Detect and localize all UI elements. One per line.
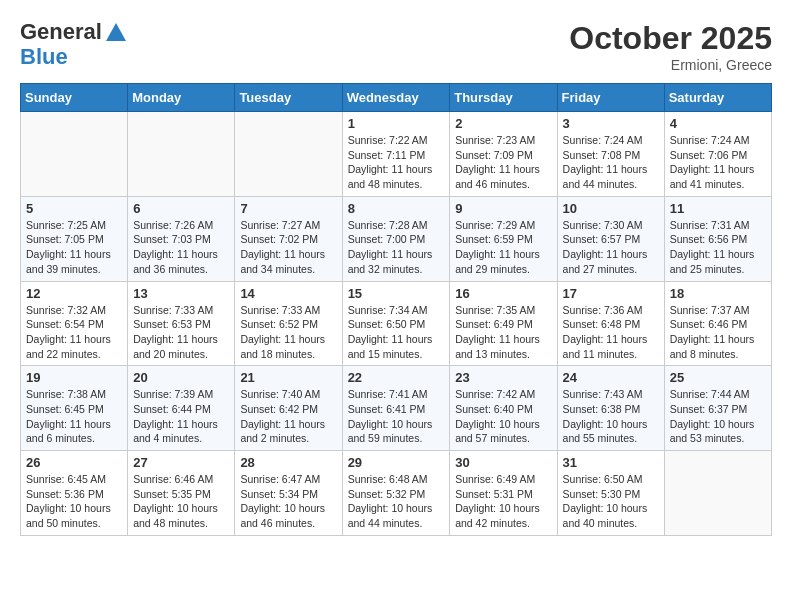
day-info: Sunrise: 7:38 AM Sunset: 6:45 PM Dayligh… — [26, 387, 122, 446]
day-info: Sunrise: 7:40 AM Sunset: 6:42 PM Dayligh… — [240, 387, 336, 446]
calendar-day-cell: 6Sunrise: 7:26 AM Sunset: 7:03 PM Daylig… — [128, 196, 235, 281]
day-number: 20 — [133, 370, 229, 385]
calendar-table: SundayMondayTuesdayWednesdayThursdayFrid… — [20, 83, 772, 536]
day-info: Sunrise: 6:46 AM Sunset: 5:35 PM Dayligh… — [133, 472, 229, 531]
day-info: Sunrise: 7:23 AM Sunset: 7:09 PM Dayligh… — [455, 133, 551, 192]
calendar-header-monday: Monday — [128, 84, 235, 112]
day-info: Sunrise: 6:47 AM Sunset: 5:34 PM Dayligh… — [240, 472, 336, 531]
day-info: Sunrise: 6:49 AM Sunset: 5:31 PM Dayligh… — [455, 472, 551, 531]
day-info: Sunrise: 7:28 AM Sunset: 7:00 PM Dayligh… — [348, 218, 445, 277]
day-number: 8 — [348, 201, 445, 216]
day-number: 27 — [133, 455, 229, 470]
day-number: 7 — [240, 201, 336, 216]
day-number: 24 — [563, 370, 659, 385]
calendar-day-cell: 8Sunrise: 7:28 AM Sunset: 7:00 PM Daylig… — [342, 196, 450, 281]
month-title: October 2025 — [569, 20, 772, 57]
day-number: 17 — [563, 286, 659, 301]
day-number: 15 — [348, 286, 445, 301]
day-number: 19 — [26, 370, 122, 385]
calendar-day-cell: 25Sunrise: 7:44 AM Sunset: 6:37 PM Dayli… — [664, 366, 771, 451]
day-number: 14 — [240, 286, 336, 301]
day-number: 13 — [133, 286, 229, 301]
calendar-day-cell: 28Sunrise: 6:47 AM Sunset: 5:34 PM Dayli… — [235, 451, 342, 536]
calendar-day-cell: 11Sunrise: 7:31 AM Sunset: 6:56 PM Dayli… — [664, 196, 771, 281]
day-info: Sunrise: 7:36 AM Sunset: 6:48 PM Dayligh… — [563, 303, 659, 362]
calendar-week-row: 19Sunrise: 7:38 AM Sunset: 6:45 PM Dayli… — [21, 366, 772, 451]
location-subtitle: Ermioni, Greece — [569, 57, 772, 73]
calendar-day-cell: 26Sunrise: 6:45 AM Sunset: 5:36 PM Dayli… — [21, 451, 128, 536]
calendar-day-cell — [128, 112, 235, 197]
calendar-header-wednesday: Wednesday — [342, 84, 450, 112]
calendar-day-cell: 10Sunrise: 7:30 AM Sunset: 6:57 PM Dayli… — [557, 196, 664, 281]
calendar-header-sunday: Sunday — [21, 84, 128, 112]
calendar-header-tuesday: Tuesday — [235, 84, 342, 112]
day-number: 2 — [455, 116, 551, 131]
day-info: Sunrise: 6:48 AM Sunset: 5:32 PM Dayligh… — [348, 472, 445, 531]
calendar-day-cell: 19Sunrise: 7:38 AM Sunset: 6:45 PM Dayli… — [21, 366, 128, 451]
calendar-header-row: SundayMondayTuesdayWednesdayThursdayFrid… — [21, 84, 772, 112]
calendar-day-cell: 18Sunrise: 7:37 AM Sunset: 6:46 PM Dayli… — [664, 281, 771, 366]
calendar-day-cell: 30Sunrise: 6:49 AM Sunset: 5:31 PM Dayli… — [450, 451, 557, 536]
calendar-day-cell — [664, 451, 771, 536]
day-number: 26 — [26, 455, 122, 470]
day-number: 10 — [563, 201, 659, 216]
calendar-week-row: 1Sunrise: 7:22 AM Sunset: 7:11 PM Daylig… — [21, 112, 772, 197]
day-info: Sunrise: 6:45 AM Sunset: 5:36 PM Dayligh… — [26, 472, 122, 531]
calendar-day-cell: 13Sunrise: 7:33 AM Sunset: 6:53 PM Dayli… — [128, 281, 235, 366]
day-info: Sunrise: 7:26 AM Sunset: 7:03 PM Dayligh… — [133, 218, 229, 277]
calendar-header-friday: Friday — [557, 84, 664, 112]
day-info: Sunrise: 7:24 AM Sunset: 7:06 PM Dayligh… — [670, 133, 766, 192]
day-info: Sunrise: 7:33 AM Sunset: 6:53 PM Dayligh… — [133, 303, 229, 362]
calendar-day-cell: 21Sunrise: 7:40 AM Sunset: 6:42 PM Dayli… — [235, 366, 342, 451]
calendar-day-cell: 5Sunrise: 7:25 AM Sunset: 7:05 PM Daylig… — [21, 196, 128, 281]
day-info: Sunrise: 7:29 AM Sunset: 6:59 PM Dayligh… — [455, 218, 551, 277]
day-info: Sunrise: 7:30 AM Sunset: 6:57 PM Dayligh… — [563, 218, 659, 277]
calendar-day-cell: 23Sunrise: 7:42 AM Sunset: 6:40 PM Dayli… — [450, 366, 557, 451]
calendar-day-cell: 3Sunrise: 7:24 AM Sunset: 7:08 PM Daylig… — [557, 112, 664, 197]
day-info: Sunrise: 7:32 AM Sunset: 6:54 PM Dayligh… — [26, 303, 122, 362]
day-info: Sunrise: 7:34 AM Sunset: 6:50 PM Dayligh… — [348, 303, 445, 362]
day-number: 29 — [348, 455, 445, 470]
calendar-day-cell: 16Sunrise: 7:35 AM Sunset: 6:49 PM Dayli… — [450, 281, 557, 366]
day-number: 12 — [26, 286, 122, 301]
day-info: Sunrise: 7:37 AM Sunset: 6:46 PM Dayligh… — [670, 303, 766, 362]
calendar-day-cell: 17Sunrise: 7:36 AM Sunset: 6:48 PM Dayli… — [557, 281, 664, 366]
day-number: 16 — [455, 286, 551, 301]
calendar-day-cell: 22Sunrise: 7:41 AM Sunset: 6:41 PM Dayli… — [342, 366, 450, 451]
day-number: 31 — [563, 455, 659, 470]
day-number: 28 — [240, 455, 336, 470]
calendar-day-cell: 1Sunrise: 7:22 AM Sunset: 7:11 PM Daylig… — [342, 112, 450, 197]
calendar-day-cell: 12Sunrise: 7:32 AM Sunset: 6:54 PM Dayli… — [21, 281, 128, 366]
calendar-header-saturday: Saturday — [664, 84, 771, 112]
calendar-day-cell — [235, 112, 342, 197]
calendar-day-cell: 4Sunrise: 7:24 AM Sunset: 7:06 PM Daylig… — [664, 112, 771, 197]
calendar-header-thursday: Thursday — [450, 84, 557, 112]
calendar-day-cell: 14Sunrise: 7:33 AM Sunset: 6:52 PM Dayli… — [235, 281, 342, 366]
day-info: Sunrise: 7:39 AM Sunset: 6:44 PM Dayligh… — [133, 387, 229, 446]
day-number: 3 — [563, 116, 659, 131]
calendar-week-row: 26Sunrise: 6:45 AM Sunset: 5:36 PM Dayli… — [21, 451, 772, 536]
calendar-day-cell: 24Sunrise: 7:43 AM Sunset: 6:38 PM Dayli… — [557, 366, 664, 451]
calendar-day-cell: 27Sunrise: 6:46 AM Sunset: 5:35 PM Dayli… — [128, 451, 235, 536]
logo-icon — [104, 21, 128, 45]
logo-blue-text: Blue — [20, 44, 68, 69]
day-info: Sunrise: 7:24 AM Sunset: 7:08 PM Dayligh… — [563, 133, 659, 192]
logo-general-text: General — [20, 19, 102, 44]
calendar-day-cell: 29Sunrise: 6:48 AM Sunset: 5:32 PM Dayli… — [342, 451, 450, 536]
calendar-week-row: 12Sunrise: 7:32 AM Sunset: 6:54 PM Dayli… — [21, 281, 772, 366]
day-number: 6 — [133, 201, 229, 216]
day-number: 30 — [455, 455, 551, 470]
day-info: Sunrise: 7:22 AM Sunset: 7:11 PM Dayligh… — [348, 133, 445, 192]
svg-marker-0 — [106, 23, 126, 41]
calendar-day-cell: 9Sunrise: 7:29 AM Sunset: 6:59 PM Daylig… — [450, 196, 557, 281]
day-info: Sunrise: 7:42 AM Sunset: 6:40 PM Dayligh… — [455, 387, 551, 446]
day-number: 22 — [348, 370, 445, 385]
day-info: Sunrise: 6:50 AM Sunset: 5:30 PM Dayligh… — [563, 472, 659, 531]
calendar-day-cell: 20Sunrise: 7:39 AM Sunset: 6:44 PM Dayli… — [128, 366, 235, 451]
day-number: 1 — [348, 116, 445, 131]
day-info: Sunrise: 7:41 AM Sunset: 6:41 PM Dayligh… — [348, 387, 445, 446]
calendar-day-cell: 7Sunrise: 7:27 AM Sunset: 7:02 PM Daylig… — [235, 196, 342, 281]
calendar-day-cell: 2Sunrise: 7:23 AM Sunset: 7:09 PM Daylig… — [450, 112, 557, 197]
calendar-day-cell — [21, 112, 128, 197]
day-info: Sunrise: 7:31 AM Sunset: 6:56 PM Dayligh… — [670, 218, 766, 277]
